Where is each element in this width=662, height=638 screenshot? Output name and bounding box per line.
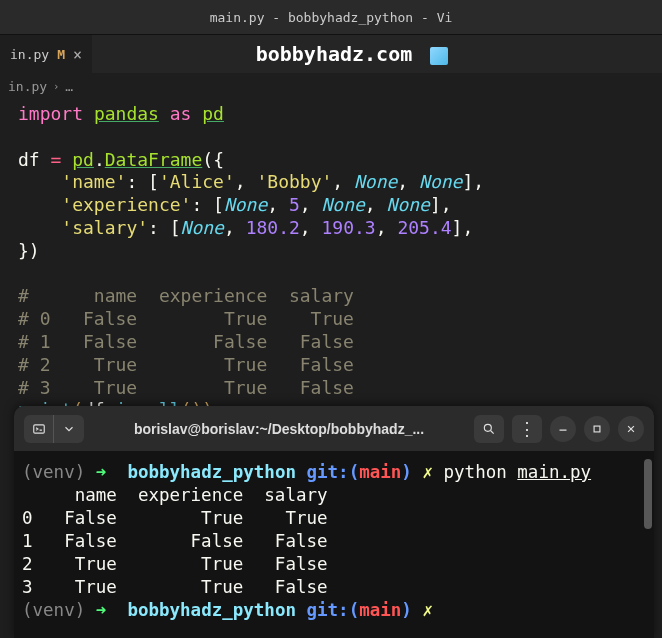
editor-tab[interactable]: in.py M × [0,35,92,73]
var-df: df [18,149,40,170]
ref-pd: pd [72,149,94,170]
tab-bar: in.py M × bobbyhadz.com [0,35,662,73]
output-line: 2 True True False [22,554,328,574]
terminal-icon [32,422,46,436]
terminal-title: borislav@borislav:~/Desktop/bobbyhadz_..… [92,421,466,437]
terminal-panel: borislav@borislav:~/Desktop/bobbyhadz_..… [14,406,654,638]
output-line: 0 False True True [22,508,328,528]
prompt-branch: main [359,462,401,482]
cmd-file: main.py [517,462,591,482]
new-tab-dropdown[interactable] [54,415,84,443]
menu-button[interactable]: ⋮ [512,415,542,443]
search-button[interactable] [474,415,504,443]
close-icon[interactable]: × [73,46,82,64]
comment-line: # 1 False False False [18,331,354,352]
maximize-icon [590,422,604,436]
new-tab-button[interactable] [24,415,54,443]
breadcrumb-file: in.py [8,79,47,94]
cube-icon [430,47,448,65]
key-salary: 'salary' [61,217,148,238]
mod-pandas: pandas [94,103,159,124]
alias-pd: pd [202,103,224,124]
prompt-arrow: ➜ [96,600,107,620]
prompt-branch: main [359,600,401,620]
banner-text: bobbyhadz.com [256,42,413,66]
maximize-button[interactable] [584,416,610,442]
tab-filename: in.py [10,47,49,62]
chevron-right-icon: › [53,81,59,92]
output-line: 1 False False False [22,531,328,551]
close-button[interactable] [618,416,644,442]
prompt-dirty: ✗ [422,600,433,620]
prompt-git: git:( [307,600,360,620]
comment-line: # 0 False True True [18,308,354,329]
window-title-bar: main.py - bobbyhadz_python - Vi [0,0,662,35]
output-line: 3 True True False [22,577,328,597]
kw-import: import [18,103,83,124]
prompt-git: git:( [307,462,360,482]
cls-dataframe: DataFrame [105,149,203,170]
minimize-icon [556,422,570,436]
key-experience: 'experience' [61,194,191,215]
banner: bobbyhadz.com [92,42,662,66]
search-icon [482,422,496,436]
code-editor[interactable]: import pandas as pd df = pd.DataFrame({ … [0,99,662,426]
prompt-dirty: ✗ [422,462,433,482]
close-icon [624,422,638,436]
svg-point-1 [484,424,491,431]
prompt-venv: (venv) [22,462,85,482]
key-name: 'name' [61,171,126,192]
chevron-down-icon [62,422,76,436]
comment-line: # name experience salary [18,285,354,306]
kw-as: as [170,103,192,124]
comment-line: # 3 True True False [18,377,354,398]
prompt-dir: bobbyhadz_python [127,462,296,482]
minimize-button[interactable] [550,416,576,442]
new-tab-group [24,415,84,443]
tab-modified-badge: M [57,47,65,62]
svg-rect-2 [594,426,600,432]
prompt-arrow: ➜ [96,462,107,482]
terminal-body[interactable]: (venv) ➜ bobbyhadz_python git:(main) ✗ p… [14,451,654,638]
svg-rect-0 [33,424,44,432]
breadcrumb-more: … [65,79,73,94]
prompt-dir: bobbyhadz_python [127,600,296,620]
comment-line: # 2 True True False [18,354,354,375]
prompt-venv: (venv) [22,600,85,620]
cmd-python: python [444,462,507,482]
window-title: main.py - bobbyhadz_python - Vi [210,10,453,25]
scrollbar[interactable] [644,459,652,529]
breadcrumb[interactable]: in.py › … [0,73,662,99]
op-eq: = [51,149,62,170]
output-line: name experience salary [22,485,328,505]
terminal-header: borislav@borislav:~/Desktop/bobbyhadz_..… [14,406,654,451]
